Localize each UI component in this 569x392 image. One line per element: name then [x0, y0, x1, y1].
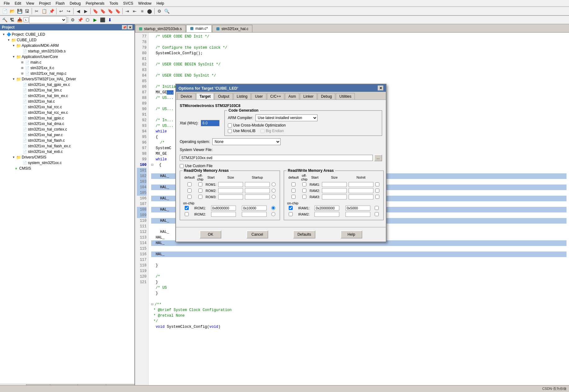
iram2-default[interactable]: [289, 212, 293, 216]
irom1-startup[interactable]: [271, 206, 275, 210]
ram3-default[interactable]: [291, 195, 296, 199]
rom2-start[interactable]: [218, 188, 243, 193]
ok-button[interactable]: OK: [200, 230, 221, 238]
ram3-start[interactable]: [322, 194, 347, 199]
readwrite-title: Read/Write Memory Areas: [287, 168, 335, 173]
irom2-startup[interactable]: [271, 212, 275, 216]
iram2-row: IRAM2:: [287, 211, 380, 217]
tab-asm[interactable]: Asm: [285, 93, 299, 100]
tab-cpp[interactable]: C/C++: [267, 93, 285, 100]
rom2-default[interactable]: [187, 189, 192, 193]
svd-input[interactable]: [180, 155, 373, 161]
svd-file-row: ...: [180, 154, 382, 161]
xtal-row: Xtal (MHz):: [180, 110, 219, 136]
rom2-offchip[interactable]: [198, 189, 202, 193]
rom1-startup[interactable]: [272, 182, 276, 186]
os-select[interactable]: None: [212, 138, 281, 145]
tab-utilities[interactable]: Utilities: [336, 93, 355, 100]
tab-target[interactable]: Target: [196, 93, 214, 100]
tab-device[interactable]: Device: [177, 93, 196, 100]
arm-compiler-row: ARM Compiler: Use latest installed versi…: [228, 114, 379, 121]
rom2-label: ROM2:: [205, 189, 216, 193]
ram1-offchip[interactable]: [302, 182, 306, 186]
cancel-button[interactable]: Cancel: [246, 230, 268, 238]
os-row: Operating system: None: [180, 138, 382, 145]
iram1-row: IRAM1:: [287, 205, 380, 211]
rom2-size[interactable]: [245, 188, 270, 193]
irom1-start[interactable]: [211, 206, 236, 211]
custom-file-label: Use Custom File: [185, 164, 213, 168]
tab-user[interactable]: User: [251, 93, 266, 100]
iram2-noinit[interactable]: [375, 212, 379, 216]
rom3-start[interactable]: [218, 194, 243, 199]
microlib-row: Use MicroLIB Big Endian: [228, 129, 379, 133]
tab-listing[interactable]: Listing: [233, 93, 251, 100]
readwrite-table: default off-chip Start Size NoInit: [287, 173, 380, 200]
rom3-startup[interactable]: [272, 195, 276, 199]
irom2-size[interactable]: [242, 212, 267, 217]
custom-file-checkbox[interactable]: [180, 164, 184, 168]
defaults-button[interactable]: Defaults: [293, 230, 315, 238]
iram2-start[interactable]: [314, 212, 339, 217]
cross-module-label: Use Cross-Module Optimization: [233, 123, 286, 127]
col-start: Start: [205, 173, 217, 181]
ram2-offchip[interactable]: [302, 189, 306, 193]
irom2-default[interactable]: [185, 212, 189, 216]
iram2-size[interactable]: [345, 212, 370, 217]
ram1-default[interactable]: [291, 182, 296, 186]
cross-module-check[interactable]: Use Cross-Module Optimization: [228, 123, 286, 127]
big-endian-check[interactable]: Big Endian: [260, 129, 284, 133]
ram3-offchip[interactable]: [302, 195, 306, 199]
rom1-offchip[interactable]: [198, 182, 202, 186]
readonly-title: Read/Only Memory Areas: [183, 168, 230, 173]
cross-module-checkbox[interactable]: [228, 123, 232, 127]
irom-table: IROM1: IROM2:: [183, 205, 277, 217]
dialog-body: STMicroelectronics STM32F103C8 Xtal (MHz…: [176, 100, 386, 227]
rom3-default[interactable]: [187, 195, 192, 199]
ram3-noinit[interactable]: [375, 195, 379, 199]
rom1-default[interactable]: [187, 182, 192, 186]
help-button[interactable]: Help: [341, 230, 362, 238]
checkboxes-row: Use Cross-Module Optimization: [228, 123, 379, 127]
irom2-start[interactable]: [211, 212, 236, 217]
ram2-start[interactable]: [322, 188, 347, 193]
microlib-checkbox[interactable]: [228, 129, 232, 133]
iram1-default[interactable]: [289, 206, 293, 210]
rom1-start[interactable]: [218, 182, 243, 187]
rom2-startup[interactable]: [272, 189, 276, 193]
big-endian-checkbox[interactable]: [260, 129, 264, 133]
rom3-row: ROM3:: [183, 194, 277, 200]
svd-browse-btn[interactable]: ...: [374, 154, 382, 161]
iram1-size[interactable]: [345, 206, 370, 211]
dialog-title: Options for Target 'CUBE_LED': [178, 86, 238, 91]
rom3-offchip[interactable]: [198, 195, 202, 199]
irom1-size[interactable]: [242, 206, 267, 211]
tab-debug[interactable]: Debug: [318, 93, 335, 100]
dialog-close-btn[interactable]: ✕: [378, 86, 383, 91]
iram1-start[interactable]: [314, 206, 339, 211]
rw-col-start: Start: [309, 173, 321, 181]
ram2-size[interactable]: [349, 188, 373, 193]
xtal-label: Xtal (MHz):: [180, 121, 198, 125]
ram1-noinit[interactable]: [375, 182, 379, 186]
tab-output[interactable]: Output: [215, 93, 233, 100]
tab-linker[interactable]: Linker: [300, 93, 317, 100]
rom3-size[interactable]: [245, 194, 270, 199]
ram3-label: RAM3:: [309, 195, 320, 199]
rom1-size[interactable]: [245, 182, 270, 187]
memory-areas: Read/Only Memory Areas default off-chip …: [180, 171, 382, 223]
iram1-noinit[interactable]: [375, 206, 379, 210]
ram2-noinit[interactable]: [375, 189, 379, 193]
xtal-input[interactable]: [201, 120, 219, 126]
arm-compiler-select[interactable]: Use latest installed version V5.06 updat…: [255, 114, 318, 121]
iram-table: IRAM1: IRAM2:: [287, 205, 380, 217]
onchip-label-ro: on-chip: [183, 201, 277, 205]
irom1-default[interactable]: [185, 206, 189, 210]
microlib-check[interactable]: Use MicroLIB: [228, 129, 255, 133]
ram1-start[interactable]: [322, 182, 347, 187]
ram3-size[interactable]: [349, 194, 373, 199]
ram1-size[interactable]: [349, 182, 373, 187]
ram2-default[interactable]: [291, 189, 296, 193]
dialog-footer: OK Cancel Defaults Help: [176, 227, 386, 242]
custom-file-check[interactable]: Use Custom File: [180, 164, 213, 168]
